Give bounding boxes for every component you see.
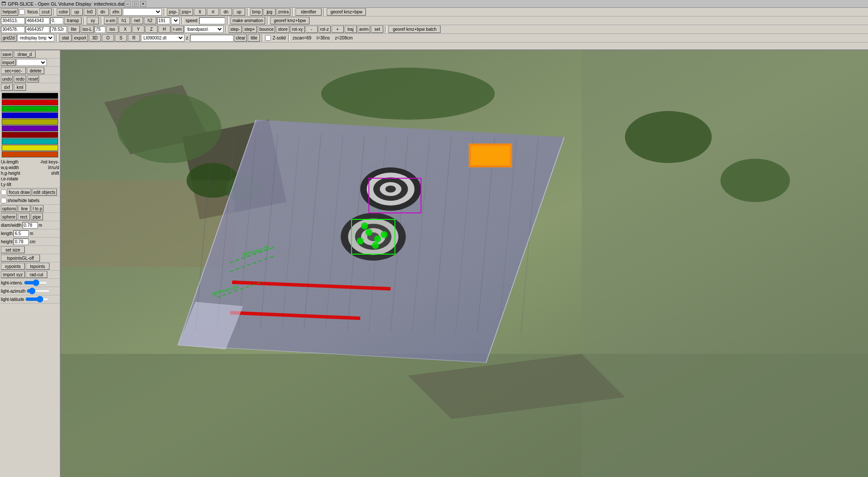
color-cyan[interactable]: [2, 138, 58, 144]
psp-plus-button[interactable]: psp+: [180, 8, 193, 16]
georef-kmz-bpw-button[interactable]: georef kmz+bpw: [327, 8, 366, 16]
tspoints-button[interactable]: tspoints: [26, 263, 49, 270]
color-purple[interactable]: [2, 125, 58, 131]
minimize-button[interactable]: ─: [125, 1, 131, 7]
import-select[interactable]: [16, 59, 47, 66]
undo-button[interactable]: undo: [1, 75, 13, 82]
georef-kmz-bpw2-button[interactable]: georef kmz+bpw: [270, 17, 309, 24]
sphere-button[interactable]: sphere: [1, 213, 17, 220]
iso-l-button[interactable]: iso-L: [81, 26, 94, 33]
viewport[interactable]: gprscan=28 gprscan=34: [61, 50, 868, 477]
rt-button[interactable]: rt: [207, 8, 219, 16]
redo-button[interactable]: redo: [14, 75, 26, 82]
helpset-button[interactable]: helpset: [1, 8, 18, 16]
h2-button[interactable]: h2: [144, 17, 156, 24]
redisplay-bmp-select[interactable]: redisplay bmp: [17, 34, 54, 42]
line-button[interactable]: line: [18, 205, 30, 212]
step-plus-button[interactable]: step+: [243, 26, 257, 33]
xfm-button[interactable]: xfm: [110, 8, 122, 16]
identfier-button[interactable]: identfier: [296, 8, 322, 16]
color-red[interactable]: [2, 99, 58, 105]
up2-button[interactable]: up: [233, 8, 245, 16]
show-hide-checkbox[interactable]: [1, 198, 7, 203]
tspoints-gl-off-button[interactable]: tspointsGL-off: [1, 255, 40, 261]
speed-input[interactable]: [199, 17, 225, 24]
val191-input[interactable]: [157, 17, 170, 24]
make-animation-button[interactable]: make animation: [230, 17, 265, 24]
anim-button[interactable]: anim: [358, 26, 371, 33]
xypoints-button[interactable]: xypoints: [1, 263, 25, 270]
xy-button[interactable]: xy: [87, 17, 99, 24]
step-minus-button[interactable]: step-: [229, 26, 242, 33]
li090002-select[interactable]: LI090002.dt: [141, 34, 184, 42]
zsolid-checkbox[interactable]: [265, 35, 271, 41]
bandpass-select[interactable]: \bandpass\: [184, 26, 224, 33]
export-button[interactable]: export: [72, 34, 88, 42]
dxf-button[interactable]: dxf: [1, 84, 13, 91]
jpg-button[interactable]: jpg: [263, 8, 276, 16]
focus-draw-checkbox[interactable]: [1, 189, 7, 195]
color-yellow-green[interactable]: [2, 119, 58, 125]
close-button[interactable]: ✕: [140, 1, 146, 7]
rxm-button[interactable]: r-xm: [171, 26, 184, 33]
coord-z2-input[interactable]: [50, 26, 67, 33]
color-green[interactable]: [2, 106, 58, 112]
coord-y2-input[interactable]: [26, 26, 49, 33]
bounce-button[interactable]: bounce: [258, 26, 276, 33]
net-button[interactable]: net: [131, 17, 143, 24]
pipe-button[interactable]: pipe: [31, 213, 43, 220]
l-to-p-button[interactable]: l to p: [31, 205, 43, 212]
3d-button[interactable]: 3D: [89, 34, 101, 42]
height-input[interactable]: [13, 238, 29, 245]
sec-plus-sec-button[interactable]: sec+sec-: [1, 67, 26, 74]
edit-objects-button[interactable]: edit objects: [32, 189, 57, 196]
up-button[interactable]: up: [71, 8, 83, 16]
focus-checkbox[interactable]: [19, 9, 25, 15]
ln0-button[interactable]: ln0: [84, 8, 96, 16]
coord-y-input[interactable]: [26, 17, 49, 24]
rad-cut-button[interactable]: rad-cut: [26, 271, 47, 278]
color-button[interactable]: color: [57, 8, 70, 16]
import-xyz-button[interactable]: import xyz: [1, 271, 25, 278]
set-button[interactable]: set: [371, 26, 383, 33]
ccut-button[interactable]: ccut: [39, 8, 52, 16]
maximize-button[interactable]: □: [132, 1, 138, 7]
Y-button[interactable]: Y: [132, 26, 145, 33]
reset-button[interactable]: reset: [27, 75, 39, 82]
traj-button[interactable]: traj: [345, 26, 357, 33]
vxm-button[interactable]: v-xm: [104, 17, 117, 24]
options-button[interactable]: options: [1, 205, 17, 212]
light-intens-slider[interactable]: [24, 280, 48, 285]
save-button[interactable]: save: [1, 51, 13, 58]
xfm-select[interactable]: [123, 8, 162, 16]
lite-button[interactable]: lite: [68, 26, 80, 33]
coord-z-input[interactable]: [50, 17, 63, 24]
color-dark-red[interactable]: [2, 132, 58, 138]
clear-button[interactable]: clear: [234, 34, 247, 42]
Z-button[interactable]: Z: [145, 26, 158, 33]
coord-x2-input[interactable]: [1, 26, 25, 33]
iso-button[interactable]: iso: [106, 26, 118, 33]
bmp-button[interactable]: bmp: [250, 8, 263, 16]
draw-d-button[interactable]: draw_d: [14, 51, 36, 58]
diam-width-input[interactable]: [23, 222, 38, 229]
X-button[interactable]: X: [119, 26, 132, 33]
light-latitude-slider[interactable]: [25, 297, 49, 302]
h1-button[interactable]: h1: [118, 17, 130, 24]
minus-button[interactable]: -: [306, 26, 318, 33]
lt-button[interactable]: lt: [194, 8, 206, 16]
color-yellow[interactable]: [2, 145, 58, 151]
S-button[interactable]: S: [115, 34, 127, 42]
plus-button[interactable]: +: [332, 26, 344, 33]
rot-z-button[interactable]: rot-z: [319, 26, 331, 33]
rect-button[interactable]: rect: [18, 213, 30, 220]
set-size-button[interactable]: set size: [1, 246, 25, 253]
val191-select[interactable]: ▼: [171, 17, 180, 24]
store-button[interactable]: store: [276, 26, 289, 33]
dn2-button[interactable]: dn: [220, 8, 232, 16]
psp-minus-button[interactable]: psp-: [167, 8, 179, 16]
color-blue[interactable]: [2, 112, 58, 118]
color-black[interactable]: [2, 93, 58, 99]
O-button[interactable]: O: [102, 34, 114, 42]
zmira-button[interactable]: zmira: [276, 8, 290, 16]
